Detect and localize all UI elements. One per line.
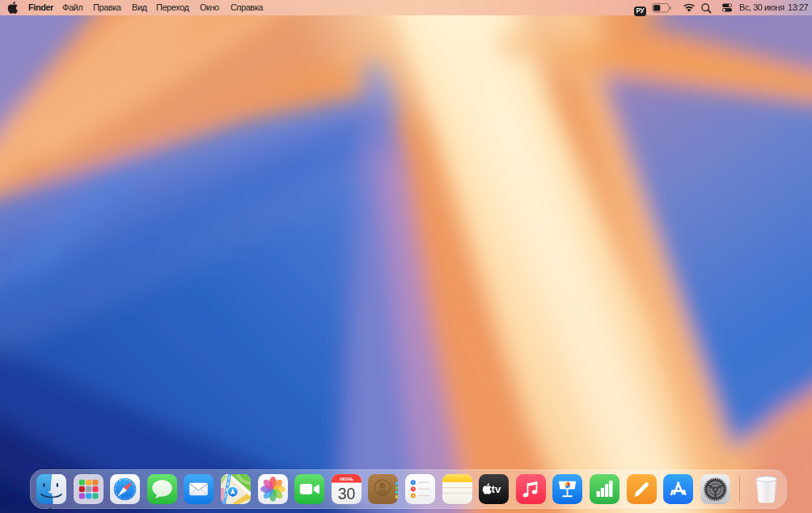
svg-text:30: 30 (337, 485, 355, 502)
svg-text:ИЮНЬ: ИЮНЬ (340, 477, 353, 481)
svg-text:tv: tv (492, 483, 501, 495)
